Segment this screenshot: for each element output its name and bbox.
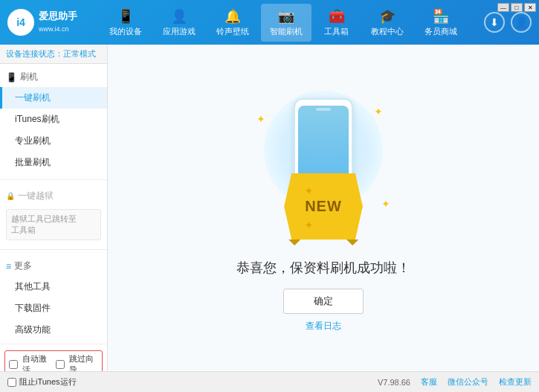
logo-area: i4 爱思助手 www.i4.cn <box>7 9 82 36</box>
auto-activate-checkbox[interactable] <box>9 360 18 369</box>
sidebar-item-batch[interactable]: 批量刷机 <box>0 152 107 173</box>
nav-label-tutorials: 教程中心 <box>371 26 404 37</box>
jailbreak-header: 🔒 一键越狱 <box>0 186 107 206</box>
nav-tutorials[interactable]: 🎓 教程中心 <box>362 4 413 42</box>
nav-label-smart-flash: 智能刷机 <box>270 26 303 37</box>
nav-business[interactable]: 🏪 务员商城 <box>416 4 466 42</box>
sidebar-item-other[interactable]: 其他工具 <box>0 276 107 298</box>
window-controls: — □ ✕ <box>497 3 536 12</box>
ringtones-icon: 🔔 <box>225 8 241 25</box>
new-ribbon: ✦ NEW ✦ <box>284 173 363 240</box>
maximize-btn[interactable]: □ <box>511 3 523 12</box>
nav-smart-flash[interactable]: 📷 智能刷机 <box>261 4 312 42</box>
more-section: ≡ 更多 其他工具 下载固件 高级功能 <box>0 253 107 344</box>
log-link[interactable]: 查看日志 <box>306 320 341 332</box>
device-icon: 📱 <box>117 8 134 25</box>
auto-activate-label[interactable]: 自动激活 <box>22 353 51 371</box>
more-section-header: ≡ 更多 <box>0 256 107 276</box>
nav-label-apps: 应用游戏 <box>163 26 196 37</box>
nav-label-business: 务员商城 <box>425 26 457 37</box>
toolbox-icon: 🧰 <box>329 8 345 25</box>
phone-notch <box>316 108 331 111</box>
flash-header-label: 刷机 <box>20 71 38 83</box>
skip-guide-label[interactable]: 跳过向导 <box>69 353 98 371</box>
footer-left: 阻止iTunes运行 <box>7 376 115 388</box>
jailbreak-section: 🔒 一键越狱 越狱工具已跳转至 工具箱 <box>0 183 107 246</box>
nav-label-toolbox: 工具箱 <box>324 26 349 37</box>
phone-illustration: ✦ ✦ ✦ ✦ NEW ✦ <box>249 83 398 247</box>
sidebar-item-firmware[interactable]: 下载固件 <box>0 298 107 319</box>
more-header-icon: ≡ <box>6 261 11 271</box>
status-value: 正常模式 <box>63 49 96 58</box>
jailbreak-label: 一键越狱 <box>18 190 54 202</box>
logo-icon: i4 <box>7 9 34 36</box>
main-content: ✦ ✦ ✦ ✦ NEW ✦ <box>108 45 539 371</box>
tutorials-icon: 🎓 <box>379 8 396 25</box>
itunes-label[interactable]: 阻止iTunes运行 <box>19 376 77 388</box>
footer: 阻止iTunes运行 V7.98.66 客服 微信公众号 检查更新 <box>0 371 539 392</box>
nav-toolbox[interactable]: 🧰 工具箱 <box>314 4 359 42</box>
confirm-button[interactable]: 确定 <box>283 289 364 314</box>
flash-header-icon: 📱 <box>6 72 17 83</box>
jailbreak-disabled-msg: 越狱工具已跳转至 工具箱 <box>6 209 101 240</box>
close-btn[interactable]: ✕ <box>524 3 536 12</box>
smart-flash-icon: 📷 <box>278 8 294 25</box>
divider-1 <box>0 179 107 180</box>
apps-icon: 👤 <box>171 8 187 25</box>
skip-guide-checkbox[interactable] <box>56 360 65 369</box>
sidebar-item-one-key[interactable]: 一键刷机 <box>0 87 107 109</box>
update-link[interactable]: 检查更新 <box>499 376 532 388</box>
nav-ringtones[interactable]: 🔔 铃声壁纸 <box>207 4 258 42</box>
user-btn[interactable]: 👤 <box>511 12 532 33</box>
status-prefix: 设备连接状态： <box>6 49 63 58</box>
download-btn[interactable]: ⬇ <box>484 12 505 33</box>
lock-icon: 🔒 <box>6 192 15 200</box>
sidebar-item-pro[interactable]: 专业刷机 <box>0 130 107 152</box>
more-header-label: 更多 <box>14 260 32 272</box>
nav-items: 📱 我的设备 👤 应用游戏 🔔 铃声壁纸 📷 智能刷机 🧰 工具箱 🎓 <box>82 4 484 42</box>
business-icon: 🏪 <box>433 8 449 25</box>
sparkle-icon-2: ✦ <box>374 106 383 118</box>
wechat-link[interactable]: 微信公众号 <box>448 376 488 388</box>
flash-section: 📱 刷机 一键刷机 iTunes刷机 专业刷机 批量刷机 <box>0 64 107 176</box>
ribbon-tail-left <box>288 240 300 245</box>
minimize-btn[interactable]: — <box>497 3 509 12</box>
logo-text: i4 <box>16 16 25 28</box>
divider-2 <box>0 249 107 250</box>
success-text: 恭喜您，保资料刷机成功啦！ <box>236 259 410 277</box>
header: i4 爱思助手 www.i4.cn 📱 我的设备 👤 应用游戏 🔔 铃声壁纸 📷 <box>0 0 539 45</box>
header-right: ⬇ 👤 <box>484 12 532 33</box>
logo-subtitle: 爱思助手 www.i4.cn <box>39 10 77 34</box>
itunes-checkbox[interactable] <box>7 378 16 387</box>
nav-label-ringtones: 铃声壁纸 <box>216 26 249 37</box>
flash-section-header: 📱 刷机 <box>0 67 107 87</box>
new-badge: ✦ NEW ✦ <box>284 173 363 240</box>
sidebar-item-itunes[interactable]: iTunes刷机 <box>0 109 107 130</box>
sparkle-icon-3: ✦ <box>381 198 390 210</box>
ribbon-tail-right <box>346 240 358 245</box>
auto-options-row: 自动激活 跳过向导 <box>4 350 103 371</box>
star-right: ✦ <box>305 220 313 231</box>
nav-apps[interactable]: 👤 应用游戏 <box>154 4 204 42</box>
nav-label-device: 我的设备 <box>109 26 142 37</box>
sparkle-icon-1: ✦ <box>256 113 265 125</box>
support-link[interactable]: 客服 <box>421 376 437 388</box>
status-bar: 设备连接状态：正常模式 <box>0 45 107 64</box>
sidebar-item-advanced[interactable]: 高级功能 <box>0 319 107 341</box>
new-text: NEW <box>305 198 342 214</box>
version-text: V7.98.66 <box>378 378 410 387</box>
nav-my-device[interactable]: 📱 我的设备 <box>100 4 151 42</box>
sidebar-device-section: 自动激活 跳过向导 📱 iPhone 15 Pro Max 512GB iPho… <box>0 344 107 371</box>
sidebar: 设备连接状态：正常模式 📱 刷机 一键刷机 iTunes刷机 专业刷机 批量刷机 <box>0 45 108 371</box>
star-left: ✦ <box>305 186 313 196</box>
footer-right: V7.98.66 客服 微信公众号 检查更新 <box>378 376 532 388</box>
